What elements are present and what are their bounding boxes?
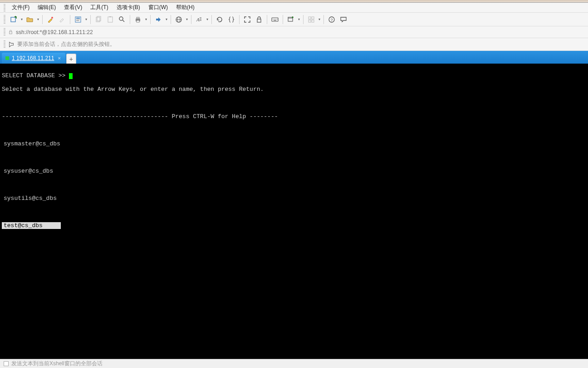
toolbar-separator: [90, 15, 91, 24]
terminal-blank: [2, 209, 586, 215]
database-item-selected[interactable]: test@cs_dbs: [2, 222, 61, 229]
database-item[interactable]: sysuser@cs_dbs: [2, 168, 55, 174]
copy-icon[interactable]: [93, 14, 104, 25]
svg-rect-23: [272, 18, 278, 21]
svg-rect-3: [76, 18, 80, 19]
print-icon[interactable]: [132, 14, 143, 25]
menu-help[interactable]: 帮助(H): [172, 3, 198, 12]
toolbar-grip[interactable]: [4, 15, 5, 24]
terminal-instruction: Select a database with the Arrow Keys, o…: [2, 86, 586, 93]
refresh-icon[interactable]: [214, 14, 225, 25]
addressbar-grip[interactable]: [4, 28, 5, 36]
script-icon[interactable]: [226, 14, 237, 25]
broadcast-checkbox[interactable]: [4, 361, 9, 366]
globe-dropdown[interactable]: ▾: [185, 17, 189, 21]
svg-rect-9: [109, 16, 111, 17]
terminal-blank: [2, 181, 586, 188]
add-window-dropdown[interactable]: ▾: [297, 17, 301, 21]
color-picker-icon[interactable]: [45, 14, 56, 25]
toolbar: ▾ ▾ ▾ ▾ ▾ ▾ A ▾: [0, 13, 588, 26]
menu-window[interactable]: 窗口(W): [145, 3, 172, 12]
toolbar-separator: [323, 15, 324, 24]
svg-point-27: [277, 19, 277, 19]
add-window-icon[interactable]: [285, 14, 296, 25]
globe-icon[interactable]: [173, 14, 184, 25]
svg-rect-34: [312, 20, 314, 22]
search-icon[interactable]: [117, 14, 127, 25]
menubar-grip[interactable]: [4, 4, 5, 11]
help-icon[interactable]: ?: [326, 14, 337, 25]
session-tab[interactable]: 1 192.168.11.211 ×: [2, 53, 65, 64]
paste-icon[interactable]: [105, 14, 116, 25]
terminal-blank: [2, 127, 586, 134]
keyboard-icon[interactable]: [270, 14, 280, 25]
tile-dropdown[interactable]: ▾: [318, 17, 321, 21]
highlight-icon[interactable]: [57, 14, 68, 25]
terminal-blank: [2, 154, 586, 161]
toolbar-separator: [42, 15, 43, 24]
svg-point-1: [51, 17, 53, 19]
footer-text: 发送文本到当前Xshell窗口的全部会话: [11, 360, 103, 368]
properties-dropdown[interactable]: ▾: [84, 17, 88, 21]
menu-bar: 文件(F) 编辑(E) 查看(V) 工具(T) 选项卡(B) 窗口(W) 帮助(…: [0, 3, 588, 13]
font-dropdown[interactable]: ▾: [206, 17, 209, 21]
toolbar-separator: [239, 15, 240, 24]
transfer-dropdown[interactable]: ▾: [165, 17, 168, 21]
transfer-icon[interactable]: [153, 14, 164, 25]
toolbar-separator: [303, 15, 304, 24]
toolbar-separator: [130, 15, 130, 24]
tile-icon[interactable]: [306, 14, 317, 25]
tab-label: 1 192.168.11.211: [12, 55, 54, 61]
svg-rect-13: [137, 17, 139, 19]
toolbar-separator: [267, 15, 267, 24]
terminal-blank: [2, 99, 586, 106]
svg-rect-29: [288, 17, 293, 21]
terminal-prompt-line: SELECT DATABASE >>: [2, 72, 586, 79]
tab-close-icon[interactable]: ×: [57, 55, 61, 61]
svg-point-25: [274, 19, 274, 19]
svg-line-11: [122, 20, 124, 22]
open-icon[interactable]: [24, 14, 35, 25]
svg-rect-28: [274, 20, 276, 20]
address-url[interactable]: ssh://root:*@192.168.11.211:22: [16, 29, 93, 35]
hintbar-grip[interactable]: [4, 40, 5, 49]
svg-point-10: [119, 17, 123, 20]
toolbar-separator: [283, 15, 283, 24]
menu-tabs[interactable]: 选项卡(B): [113, 3, 144, 12]
add-session-arrow-icon[interactable]: [8, 41, 15, 48]
print-dropdown[interactable]: ▾: [144, 17, 148, 21]
svg-rect-31: [309, 17, 311, 19]
address-bar: ssh://root:*@192.168.11.211:22: [0, 26, 588, 38]
toolbar-separator: [191, 15, 191, 24]
terminal[interactable]: SELECT DATABASE >> Select a database wit…: [0, 64, 588, 359]
tab-bar: 1 192.168.11.211 × +: [0, 51, 588, 64]
svg-rect-37: [10, 32, 12, 34]
svg-rect-22: [257, 19, 261, 22]
menu-file[interactable]: 文件(F): [8, 3, 33, 12]
menu-tools[interactable]: 工具(T): [87, 3, 112, 12]
tab-add-button[interactable]: +: [66, 54, 76, 64]
menu-edit[interactable]: 编辑(E): [34, 3, 59, 12]
chat-icon[interactable]: [338, 14, 349, 25]
hint-bar: 要添加当前会话，点击左侧的箭头按钮。: [0, 38, 588, 51]
svg-point-24: [273, 19, 273, 19]
database-item[interactable]: sysutils@cs_dbs: [2, 195, 59, 202]
svg-point-26: [275, 19, 276, 19]
terminal-cursor: [69, 73, 73, 79]
new-session-icon[interactable]: [8, 14, 19, 25]
toolbar-separator: [70, 15, 70, 24]
lock-icon[interactable]: [254, 14, 265, 25]
new-session-dropdown[interactable]: ▾: [20, 17, 24, 21]
hint-text: 要添加当前会话，点击左侧的箭头按钮。: [17, 40, 115, 48]
lock-small-icon: [8, 30, 13, 35]
database-item[interactable]: sysmaster@cs_dbs: [2, 140, 62, 147]
fullscreen-icon[interactable]: [242, 14, 253, 25]
toolbar-separator: [211, 15, 212, 24]
svg-rect-33: [309, 20, 311, 22]
svg-rect-5: [76, 20, 79, 21]
svg-text:A: A: [196, 17, 200, 22]
font-icon[interactable]: A: [194, 14, 205, 25]
menu-view[interactable]: 查看(V): [60, 3, 86, 12]
open-dropdown[interactable]: ▾: [36, 17, 40, 21]
properties-icon[interactable]: [73, 14, 83, 25]
